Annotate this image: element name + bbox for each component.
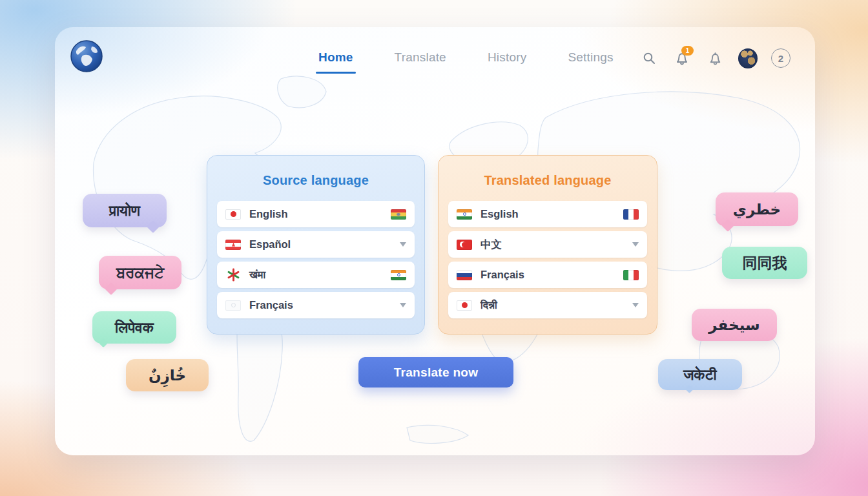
search-icon[interactable] [639, 48, 659, 68]
avatar-globe-image [738, 48, 758, 68]
russia-flag-icon [457, 270, 472, 280]
language-label: दिन्नी [480, 299, 497, 311]
topbar-icons: 1 2 [639, 46, 790, 70]
main-nav: Home Translate History Settings [316, 45, 616, 74]
nav-item-settings[interactable]: Settings [565, 45, 615, 74]
translate-now-button[interactable]: Translate now [358, 357, 513, 388]
chevron-down-icon[interactable] [632, 303, 639, 307]
nav-translate-label: Translate [395, 50, 446, 64]
lebanon-flag-icon [225, 240, 241, 250]
help-badge-number: 2 [771, 48, 790, 68]
chevron-down-icon[interactable] [400, 242, 406, 247]
notifications-bell-icon[interactable]: 1 [672, 48, 692, 68]
alerts-bell-icon[interactable] [705, 48, 725, 68]
source-panel-title: Source language [207, 156, 424, 201]
language-label: English [249, 208, 288, 220]
language-label: Esglish [480, 208, 519, 220]
user-avatar[interactable] [738, 48, 758, 68]
help-badge-icon[interactable]: 2 [771, 48, 790, 68]
language-row-chinese[interactable]: 中文 [448, 231, 647, 258]
globe-logo-icon [70, 39, 103, 73]
france-flag-icon [623, 209, 639, 220]
chevron-down-icon[interactable] [400, 303, 406, 307]
speech-bubble-devanagari-2: लिपेवक [92, 311, 176, 344]
turkey-flag-icon [457, 240, 472, 250]
language-label: 中文 [480, 238, 502, 252]
speech-bubble-arabic-2: خطري [716, 192, 798, 226]
language-row-francais[interactable]: Français [217, 292, 415, 318]
language-row-english[interactable]: English [217, 201, 415, 227]
language-label: Français [480, 269, 524, 281]
source-language-list: English Español खंमा [207, 201, 424, 318]
translated-language-panel: Translated language Esglish 中文 Français … [438, 155, 657, 335]
asterisk-icon [225, 268, 241, 282]
language-label: Español [249, 238, 291, 251]
translated-panel-title: Translated language [439, 156, 657, 201]
language-row-francais-target[interactable]: Français [448, 262, 647, 288]
nav-item-home[interactable]: Home [316, 45, 356, 74]
speech-bubble-arabic-3: سيخفر [692, 309, 777, 341]
faded-flag-icon [225, 300, 241, 311]
language-row-hindi-target[interactable]: दिन्नी [448, 292, 647, 318]
speech-bubble-arabic-1: خُازِنٌ [126, 359, 209, 391]
speech-bubble-devanagari-3: जकेटी [658, 359, 742, 390]
language-row-espanol[interactable]: Español [217, 231, 415, 258]
main-card: Home Translate History Settings 1 [55, 27, 815, 455]
app-logo[interactable] [70, 39, 103, 73]
india-flag-icon [457, 209, 472, 220]
india-flag-icon [391, 270, 406, 280]
translated-language-list: Esglish 中文 Français दिन्नी [439, 201, 657, 318]
speech-bubble-devanagari-1: प्रायोण [83, 194, 167, 227]
nav-home-label: Home [318, 50, 353, 64]
japan-flag-icon [225, 209, 241, 220]
source-language-panel: Source language English Español [207, 155, 425, 335]
language-label: Français [249, 299, 293, 311]
language-label: खंमा [249, 269, 265, 281]
italy-flag-icon [623, 270, 639, 280]
speech-bubble-chinese: 同同我 [722, 247, 807, 279]
notification-badge: 1 [681, 46, 694, 56]
nav-history-label: History [488, 50, 527, 64]
nav-settings-label: Settings [568, 50, 613, 64]
language-row-esglish[interactable]: Esglish [448, 201, 647, 227]
nav-item-translate[interactable]: Translate [392, 45, 449, 74]
nav-active-underline [316, 72, 356, 74]
language-row-hindi[interactable]: खंमा [217, 262, 415, 288]
bolivia-flag-icon [391, 209, 406, 220]
speech-bubble-gurmukhi: ਬਰਕਜਟੇ [99, 256, 181, 289]
chevron-down-icon[interactable] [632, 242, 639, 247]
nav-item-history[interactable]: History [485, 45, 530, 74]
japan-flag-icon [457, 300, 472, 311]
